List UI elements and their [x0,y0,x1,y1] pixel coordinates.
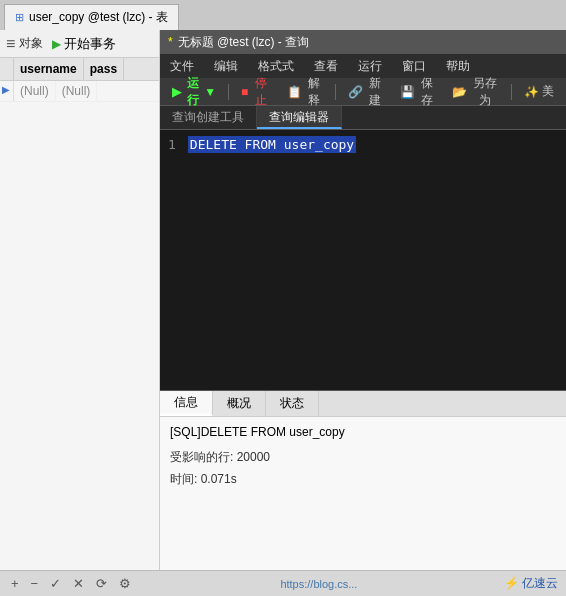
result-tabs: 信息 概况 状态 [160,391,566,417]
main-window: ⊞ user_copy @test (lzc) - 表 ≡ 对象 ▶ 开始事务 … [0,0,566,596]
pass-cell: (Null) [56,81,98,101]
start-transaction-button[interactable]: ▶ 开始事务 [47,33,121,55]
cross-button[interactable]: ✕ [70,575,87,592]
time-info: 时间: 0.071s [170,469,556,491]
beauty-icon: ✨ [524,85,539,99]
toolbar-sep-2 [335,84,336,100]
editor-line-1: 1 DELETE FROM user_copy [168,136,558,153]
left-panel: ≡ 对象 ▶ 开始事务 username pass ▶ (Null) (Null… [0,30,160,570]
result-sql-line: [SQL]DELETE FROM user_copy [170,425,556,439]
pass-column-header: pass [84,58,124,80]
run-button[interactable]: ▶ 运行 ▼ [166,73,222,111]
username-cell: (Null) [14,81,56,101]
save-label: 保存 [418,75,436,109]
subtab-query-editor[interactable]: 查询编辑器 [257,106,342,129]
main-area: ≡ 对象 ▶ 开始事务 username pass ▶ (Null) (Null… [0,30,566,570]
toolbar-sep-3 [511,84,512,100]
line-number-1: 1 [168,137,176,152]
subtab-query-builder[interactable]: 查询创建工具 [160,106,257,129]
stop-icon: ■ [241,85,248,99]
query-toolbar: ▶ 运行 ▼ ■ 停止 📋 解释 🔗 新建 [160,78,566,106]
save-button[interactable]: 💾 保存 [394,73,442,111]
table-icon: ⊞ [15,11,24,24]
object-label: 对象 [19,35,43,52]
minus-button[interactable]: − [28,575,42,592]
hamburger-icon: ≡ [6,35,15,53]
result-panel: 信息 概况 状态 [SQL]DELETE FROM user_copy 受影响的… [160,390,566,570]
stop-button[interactable]: ■ 停止 [235,73,277,111]
affected-rows: 受影响的行: 20000 [170,447,556,469]
check-button[interactable]: ✓ [47,575,64,592]
beauty-button[interactable]: ✨ 美 [518,81,560,102]
username-column-header: username [14,58,84,80]
new-label: 新建 [366,75,384,109]
table-data-area: ▶ (Null) (Null) [0,81,159,570]
stop-label: 停止 [251,75,270,109]
tab-bar: ⊞ user_copy @test (lzc) - 表 [0,0,566,30]
table-tab[interactable]: ⊞ user_copy @test (lzc) - 表 [4,4,179,30]
refresh-button[interactable]: ⟳ [93,575,110,592]
run-dropdown-icon: ▼ [204,85,216,99]
add-button[interactable]: + [8,575,22,592]
query-titlebar: * 无标题 @test (lzc) - 查询 [160,30,566,54]
save-icon: 💾 [400,85,415,99]
query-window: * 无标题 @test (lzc) - 查询 文件 编辑 格式式 查看 运行 窗… [160,30,566,570]
result-tab-overview[interactable]: 概况 [213,391,266,416]
left-toolbar: ≡ 对象 ▶ 开始事务 [0,30,159,58]
result-info: 受影响的行: 20000 时间: 0.071s [170,447,556,490]
saveas-icon: 📂 [452,85,467,99]
explain-button[interactable]: 📋 解释 [281,73,329,111]
explain-label: 解释 [305,75,323,109]
explain-icon: 📋 [287,85,302,99]
row-indicator: ▶ [0,81,14,101]
new-button[interactable]: 🔗 新建 [342,73,390,111]
column-header-row: username pass [0,58,159,81]
status-url: https://blog.cs... [140,578,497,590]
play-icon: ▶ [52,37,61,51]
saveas-button[interactable]: 📂 另存为 [446,73,505,111]
run-play-icon: ▶ [172,85,181,99]
query-window-asterisk: * [168,35,173,49]
beauty-label: 美 [542,83,554,100]
result-content: [SQL]DELETE FROM user_copy 受影响的行: 20000 … [160,417,566,570]
status-bar: + − ✓ ✕ ⟳ ⚙ https://blog.cs... ⚡ 亿速云 [0,570,566,596]
brand-label: ⚡ 亿速云 [504,575,558,592]
result-tab-status[interactable]: 状态 [266,391,319,416]
editor-area[interactable]: 1 DELETE FROM user_copy [160,130,566,390]
table-row: ▶ (Null) (Null) [0,81,159,102]
query-window-title: 无标题 @test (lzc) - 查询 [178,34,310,51]
start-transaction-label: 开始事务 [64,35,116,53]
run-label: 运行 [184,75,201,109]
settings-button[interactable]: ⚙ [116,575,134,592]
tab-label: user_copy @test (lzc) - 表 [29,9,168,26]
toolbar-sep-1 [228,84,229,100]
result-tab-info[interactable]: 信息 [160,391,213,416]
saveas-label: 另存为 [470,75,499,109]
new-icon: 🔗 [348,85,363,99]
query-subtabs: 查询创建工具 查询编辑器 [160,106,566,130]
sql-content: DELETE FROM user_copy [188,136,356,153]
